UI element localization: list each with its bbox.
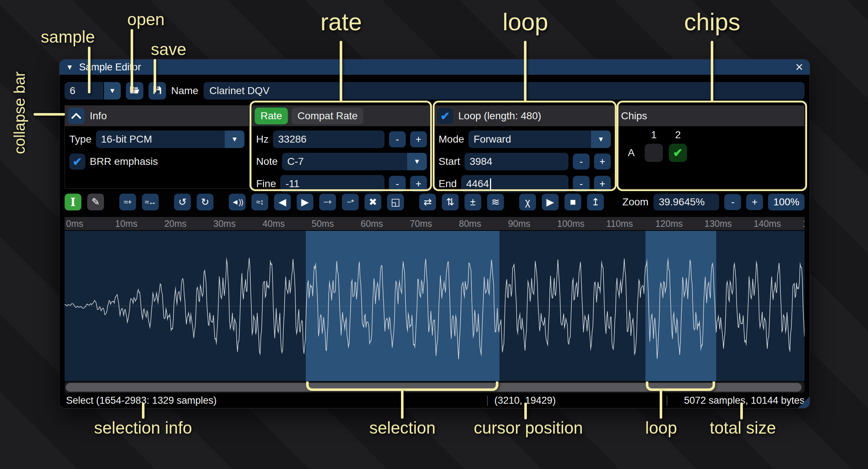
filter-button[interactable]: ≋ xyxy=(487,194,504,210)
zoom-reset-button[interactable]: 100% xyxy=(768,194,805,210)
loop-end-minus-button[interactable]: - xyxy=(573,176,590,192)
note-select[interactable]: C-7 ▼ xyxy=(282,153,427,170)
toolbar: I✎≈+≈↔↺↻◄))≈↕◀▶−+−*✖◱⇄⇅±≋χ▶■↥ Zoom 39.96… xyxy=(65,193,805,211)
timeline-label: 30ms xyxy=(213,218,236,229)
titlebar[interactable]: ▼ Sample Editor × xyxy=(59,59,810,75)
window-collapse-icon[interactable]: ▼ xyxy=(66,63,73,71)
note-select-value: C-7 xyxy=(282,156,407,167)
floppy-disk-icon xyxy=(152,85,162,97)
timeline-label: 60ms xyxy=(361,218,383,229)
timeline-ruler[interactable]: 0ms10ms20ms30ms40ms50ms60ms70ms80ms90ms1… xyxy=(65,217,805,230)
waveform-canvas[interactable] xyxy=(65,231,805,381)
waveform-display[interactable] xyxy=(65,231,805,381)
chips-grid: 12A✔ xyxy=(622,128,800,163)
cursor-position-text: (3210, 19429) xyxy=(494,395,556,406)
open-sample-button[interactable] xyxy=(126,82,143,100)
chips-panel: Chips 12A✔ xyxy=(618,105,805,189)
close-icon[interactable]: × xyxy=(795,61,803,74)
zoom-out-button[interactable]: - xyxy=(724,194,741,210)
trim-button[interactable]: ◱ xyxy=(387,194,404,210)
chevron-down-icon[interactable]: ▼ xyxy=(104,82,121,100)
rate-panel-header: Rate Compat Rate xyxy=(252,106,431,126)
chevron-down-icon[interactable]: ▼ xyxy=(225,131,244,148)
horizontal-scrollbar[interactable] xyxy=(65,382,805,393)
hz-input[interactable]: 33286 xyxy=(273,131,385,148)
resize-grip[interactable] xyxy=(798,396,810,408)
collapse-chevron-button[interactable] xyxy=(68,108,85,124)
selection-info-text: Select (1654-2983: 1329 samples) xyxy=(66,395,217,406)
annotation-chips-label: chips xyxy=(684,8,740,36)
redo-button[interactable]: ↻ xyxy=(197,194,213,210)
resample-button[interactable]: ≈↔ xyxy=(142,194,159,210)
invert-button[interactable]: ⇅ xyxy=(442,194,459,210)
brr-emphasis-checkbox[interactable]: ✔ xyxy=(69,154,85,170)
hz-minus-button[interactable]: - xyxy=(389,131,406,147)
hz-plus-button[interactable]: + xyxy=(410,131,427,147)
sample-number-combo[interactable]: 6 ▼ xyxy=(65,82,121,100)
fine-label: Fine xyxy=(256,178,276,190)
compat-rate-tab[interactable]: Compat Rate xyxy=(292,108,363,124)
loop-panel-header: ✔ Loop (length: 480) xyxy=(434,106,615,126)
insert-silence-button[interactable]: −+ xyxy=(319,194,336,210)
amplify-button[interactable]: ◄)) xyxy=(229,194,246,210)
normalize-button[interactable]: ≈↕ xyxy=(251,194,268,210)
loop-panel: ✔ Loop (length: 480) Mode Forward ▼ Star… xyxy=(434,105,616,189)
loop-end-plus-button[interactable]: + xyxy=(594,176,611,192)
stop-button[interactable]: ■ xyxy=(564,194,581,210)
timeline-label: 90ms xyxy=(508,218,530,229)
status-bar: Select (1654-2983: 1329 samples) (3210, … xyxy=(65,394,805,407)
zoom-in-button[interactable]: + xyxy=(746,194,763,210)
note-label: Note xyxy=(256,156,278,167)
rate-tab[interactable]: Rate xyxy=(255,108,288,124)
scrollbar-thumb[interactable] xyxy=(66,383,802,392)
toolbar-group: I✎ xyxy=(65,194,104,210)
annotation-collapse-bar-label: collapse bar xyxy=(11,71,28,154)
crossfade-button[interactable]: χ xyxy=(519,194,536,210)
timeline-label: 150ms xyxy=(803,218,805,229)
sign-button[interactable]: ± xyxy=(464,194,481,210)
annotation-total-size-label: total size xyxy=(710,418,776,438)
upload-button[interactable]: ↥ xyxy=(587,194,604,210)
annotation-cursor-position-label: cursor position xyxy=(474,418,583,438)
fine-plus-button[interactable]: + xyxy=(410,176,427,192)
chip-checkbox[interactable] xyxy=(645,144,663,162)
info-panel-title: Info xyxy=(90,110,107,122)
timeline-label: 130ms xyxy=(705,218,732,229)
reverse-button[interactable]: ⇄ xyxy=(419,194,436,210)
select-tool-button[interactable]: I xyxy=(65,194,81,210)
fade-out-button[interactable]: ▶ xyxy=(297,194,313,210)
draw-tool-button[interactable]: ✎ xyxy=(87,194,104,210)
fine-input[interactable]: -11 xyxy=(280,175,385,193)
type-select[interactable]: 16-bit PCM ▼ xyxy=(96,131,244,148)
window-title: Sample Editor xyxy=(79,62,141,73)
fade-in-button[interactable]: ◀ xyxy=(274,194,291,210)
annotation-loop-label: loop xyxy=(503,8,548,36)
loop-start-input[interactable]: 3984 xyxy=(464,153,568,170)
timeline-label: 100ms xyxy=(557,218,585,229)
chevron-down-icon[interactable]: ▼ xyxy=(591,131,611,148)
annotation-sample-label: sample xyxy=(41,27,95,47)
undo-button[interactable]: ↺ xyxy=(174,194,191,210)
sample-name-input[interactable]: Clarinet DQV xyxy=(204,82,805,100)
status-separator xyxy=(667,396,667,406)
play-button[interactable]: ▶ xyxy=(542,194,559,210)
loop-enable-checkbox[interactable]: ✔ xyxy=(437,108,453,124)
loop-end-input[interactable]: 4464 xyxy=(461,175,568,193)
loop-mode-select[interactable]: Forward ▼ xyxy=(468,131,611,148)
type-select-value: 16-bit PCM xyxy=(96,133,225,145)
fine-minus-button[interactable]: - xyxy=(389,176,406,192)
loop-start-plus-button[interactable]: + xyxy=(594,154,611,170)
chips-column-header: 1 xyxy=(651,129,657,141)
delete-button[interactable]: ✖ xyxy=(364,194,381,210)
loop-start-minus-button[interactable]: - xyxy=(573,154,590,170)
mode-label: Mode xyxy=(439,133,464,145)
save-sample-button[interactable] xyxy=(148,82,166,100)
apply-silence-button[interactable]: −* xyxy=(342,194,359,210)
sample-number-field[interactable]: 6 xyxy=(65,82,103,100)
resize-button[interactable]: ≈+ xyxy=(119,194,136,210)
chip-checkbox[interactable]: ✔ xyxy=(669,144,687,162)
zoom-controls: Zoom 39.9645% - + 100% xyxy=(622,194,805,210)
zoom-input[interactable]: 39.9645% xyxy=(653,194,719,210)
text-caret xyxy=(490,178,491,189)
chevron-down-icon[interactable]: ▼ xyxy=(407,153,427,170)
